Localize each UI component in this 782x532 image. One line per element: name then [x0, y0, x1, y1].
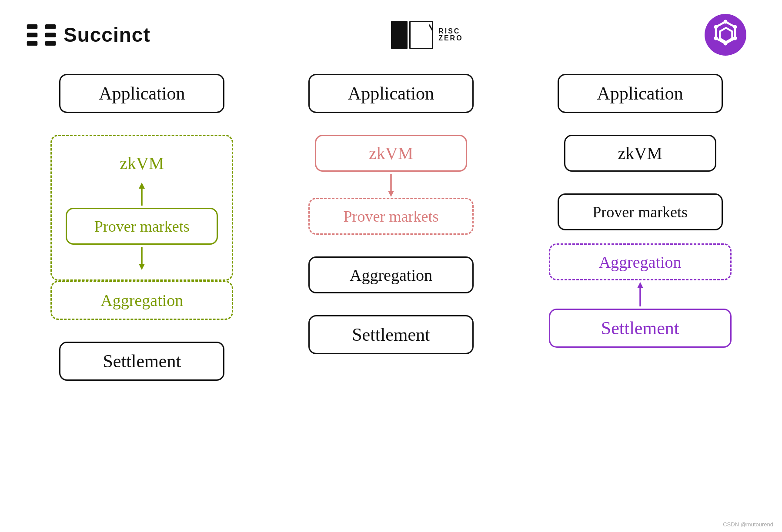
svg-point-13 — [714, 37, 718, 40]
polygon-settlement-box: Settlement — [549, 309, 732, 348]
svg-marker-16 — [139, 183, 145, 189]
risczero-application-label: Application — [348, 83, 434, 104]
succinct-application-box: Application — [59, 74, 224, 113]
succinct-arrow-up — [133, 182, 150, 208]
succinct-text: Succinct — [63, 23, 150, 47]
polygon-application-label: Application — [597, 83, 683, 104]
svg-marker-18 — [139, 264, 145, 270]
risczero-prover-label: Prover markets — [344, 207, 439, 226]
risczero-icon — [391, 21, 433, 49]
svg-marker-20 — [388, 191, 394, 197]
succinct-icon — [26, 23, 57, 47]
svg-point-12 — [724, 42, 728, 46]
svg-point-10 — [733, 25, 737, 29]
column-polygon: Application zkVM Prover markets Aggregat… — [531, 74, 749, 381]
succinct-settlement-box: Settlement — [59, 342, 224, 381]
polygon-zkvm-box: zkVM — [564, 135, 716, 172]
succinct-zkvm-label: zkVM — [120, 153, 164, 173]
succinct-logo: Succinct — [26, 23, 150, 47]
polygon-application-box: Application — [558, 74, 723, 113]
svg-rect-1 — [27, 33, 38, 37]
risczero-settlement-box: Settlement — [308, 315, 474, 354]
risczero-text: RISC ZERO — [438, 28, 463, 42]
risczero-logo: RISC ZERO — [391, 21, 463, 49]
succinct-prover-label: Prover markets — [94, 217, 190, 236]
column-risczero: Application zkVM Prover markets Aggregat… — [282, 74, 500, 381]
watermark: CSDN @mutourend — [723, 521, 773, 528]
columns-row: Application zkVM Prover markets — [0, 65, 782, 381]
polygon-logo: ⬡ — [704, 13, 747, 57]
risczero-aggregation-label: Aggregation — [350, 266, 432, 285]
risc-slash-rect — [409, 21, 433, 49]
polygon-prover-box: Prover markets — [558, 193, 723, 230]
svg-rect-5 — [45, 41, 56, 46]
svg-point-9 — [724, 20, 728, 24]
risczero-settlement-label: Settlement — [352, 324, 430, 345]
succinct-arrow-down — [133, 245, 150, 271]
succinct-dashed-outer: zkVM Prover markets — [50, 135, 233, 281]
svg-rect-4 — [45, 33, 56, 37]
polygon-arrow-up — [632, 280, 649, 309]
succinct-aggregation-box: Aggregation — [50, 281, 233, 320]
polygon-settlement-label: Settlement — [601, 318, 679, 339]
page: Succinct RISC ZERO ⬡ — [0, 0, 782, 532]
svg-rect-3 — [45, 24, 56, 29]
risczero-zkvm-label: zkVM — [369, 143, 413, 163]
svg-marker-22 — [637, 282, 643, 288]
risczero-arrow-down — [382, 172, 400, 198]
logos-row: Succinct RISC ZERO ⬡ — [0, 0, 782, 65]
svg-point-11 — [733, 37, 737, 40]
svg-point-14 — [714, 25, 718, 29]
succinct-aggregation-label: Aggregation — [100, 291, 183, 310]
succinct-settlement-label: Settlement — [103, 351, 181, 372]
risczero-zkvm-box: zkVM — [315, 135, 467, 172]
polygon-aggregation-label: Aggregation — [599, 253, 682, 272]
risczero-aggregation-box: Aggregation — [308, 256, 474, 293]
polygon-zkvm-label: zkVM — [618, 143, 662, 163]
succinct-prover-box: Prover markets — [66, 208, 218, 245]
svg-rect-0 — [27, 24, 38, 29]
column-succinct: Application zkVM Prover markets — [33, 74, 251, 381]
risczero-prover-box: Prover markets — [308, 198, 474, 235]
risczero-application-box: Application — [308, 74, 474, 113]
svg-rect-2 — [27, 41, 38, 46]
succinct-zkvm-box: zkVM — [66, 145, 218, 182]
succinct-application-label: Application — [99, 83, 185, 104]
polygon-prover-label: Prover markets — [592, 203, 688, 221]
risc-black-rect — [391, 21, 408, 49]
polygon-aggregation-box: Aggregation — [549, 243, 732, 280]
